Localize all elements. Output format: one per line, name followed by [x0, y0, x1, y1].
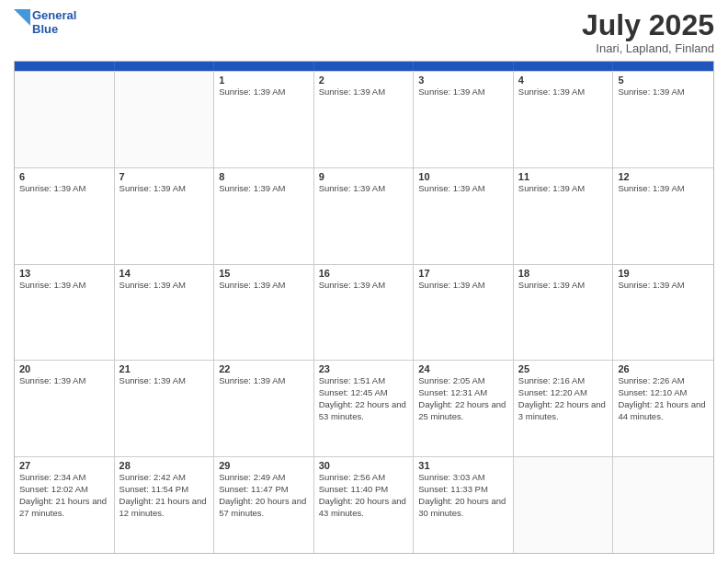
- day-info: Sunrise: 1:39 AM: [119, 280, 210, 292]
- logo-text: General Blue: [32, 9, 76, 37]
- day-number: 2: [319, 75, 409, 86]
- cal-cell-w1-d2: 8Sunrise: 1:39 AM: [214, 168, 314, 264]
- cal-cell-w3-d6: 26Sunrise: 2:26 AM Sunset: 12:10 AM Dayl…: [613, 361, 713, 456]
- cal-cell-w1-d6: 12Sunrise: 1:39 AM: [613, 168, 713, 264]
- cal-cell-w4-d3: 30Sunrise: 2:56 AM Sunset: 11:40 PM Dayl…: [314, 457, 415, 553]
- day-number: 14: [119, 268, 210, 279]
- day-info: Sunrise: 1:39 AM: [518, 280, 609, 292]
- cal-cell-w0-d0: [15, 72, 115, 167]
- cal-cell-w0-d1: [115, 72, 215, 167]
- day-number: 21: [119, 363, 210, 374]
- day-info: Sunrise: 2:05 AM Sunset: 12:31 AM Daylig…: [418, 375, 508, 422]
- day-number: 15: [219, 268, 309, 279]
- day-info: Sunrise: 1:39 AM: [618, 280, 709, 292]
- day-number: 24: [418, 363, 508, 374]
- cal-cell-w1-d5: 11Sunrise: 1:39 AM: [514, 168, 614, 264]
- day-info: Sunrise: 1:39 AM: [418, 86, 508, 98]
- day-number: 17: [418, 268, 508, 279]
- day-info: Sunrise: 2:16 AM Sunset: 12:20 AM Daylig…: [518, 375, 609, 422]
- header-thursday: [414, 62, 514, 71]
- cal-cell-w2-d4: 17Sunrise: 1:39 AM: [414, 265, 514, 361]
- cal-cell-w2-d2: 15Sunrise: 1:39 AM: [214, 265, 314, 361]
- cal-cell-w3-d1: 21Sunrise: 1:39 AM: [115, 361, 215, 456]
- day-number: 3: [418, 75, 508, 86]
- week-row-3: 20Sunrise: 1:39 AM21Sunrise: 1:39 AM22Su…: [15, 360, 713, 456]
- calendar: 1Sunrise: 1:39 AM2Sunrise: 1:39 AM3Sunri…: [14, 61, 714, 554]
- day-info: Sunrise: 2:42 AM Sunset: 11:54 PM Daylig…: [119, 472, 210, 519]
- header-friday: [514, 62, 614, 71]
- day-info: Sunrise: 1:39 AM: [418, 183, 508, 195]
- day-info: Sunrise: 1:39 AM: [19, 280, 109, 292]
- cal-cell-w4-d6: [613, 457, 713, 553]
- day-info: Sunrise: 2:34 AM Sunset: 12:02 AM Daylig…: [19, 472, 109, 519]
- header: General Blue July 2025 Inari, Lapland, F…: [14, 9, 714, 55]
- month-title: July 2025: [582, 9, 714, 41]
- logo-shape: [14, 9, 30, 39]
- cal-cell-w2-d6: 19Sunrise: 1:39 AM: [613, 265, 713, 361]
- day-number: 7: [119, 171, 210, 182]
- day-info: Sunrise: 1:39 AM: [119, 183, 210, 195]
- day-number: 11: [518, 171, 609, 182]
- cal-cell-w0-d2: 1Sunrise: 1:39 AM: [214, 72, 314, 167]
- day-number: 6: [19, 171, 109, 182]
- day-number: 28: [119, 460, 210, 471]
- day-number: 31: [418, 460, 508, 471]
- cal-cell-w4-d0: 27Sunrise: 2:34 AM Sunset: 12:02 AM Dayl…: [15, 457, 115, 553]
- cal-cell-w2-d3: 16Sunrise: 1:39 AM: [314, 265, 415, 361]
- calendar-body: 1Sunrise: 1:39 AM2Sunrise: 1:39 AM3Sunri…: [15, 71, 713, 553]
- day-number: 26: [618, 363, 709, 374]
- day-number: 5: [618, 75, 709, 86]
- svg-marker-0: [14, 9, 30, 26]
- cal-cell-w1-d0: 6Sunrise: 1:39 AM: [15, 168, 115, 264]
- cal-cell-w0-d4: 3Sunrise: 1:39 AM: [414, 72, 514, 167]
- day-number: 4: [518, 75, 609, 86]
- day-info: Sunrise: 2:56 AM Sunset: 11:40 PM Daylig…: [319, 472, 409, 519]
- day-number: 30: [319, 460, 409, 471]
- day-number: 12: [618, 171, 709, 182]
- cal-cell-w1-d4: 10Sunrise: 1:39 AM: [414, 168, 514, 264]
- page: General Blue July 2025 Inari, Lapland, F…: [0, 0, 728, 563]
- header-saturday: [613, 62, 713, 71]
- day-info: Sunrise: 1:39 AM: [219, 86, 309, 98]
- cal-cell-w2-d5: 18Sunrise: 1:39 AM: [514, 265, 614, 361]
- day-info: Sunrise: 1:39 AM: [219, 375, 309, 387]
- cal-cell-w4-d2: 29Sunrise: 2:49 AM Sunset: 11:47 PM Dayl…: [214, 457, 314, 553]
- cal-cell-w3-d2: 22Sunrise: 1:39 AM: [214, 361, 314, 456]
- day-info: Sunrise: 1:39 AM: [319, 183, 409, 195]
- cal-cell-w3-d4: 24Sunrise: 2:05 AM Sunset: 12:31 AM Dayl…: [414, 361, 514, 456]
- cal-cell-w2-d0: 13Sunrise: 1:39 AM: [15, 265, 115, 361]
- cal-cell-w1-d1: 7Sunrise: 1:39 AM: [115, 168, 215, 264]
- day-info: Sunrise: 1:39 AM: [319, 86, 409, 98]
- day-info: Sunrise: 1:39 AM: [319, 280, 409, 292]
- day-info: Sunrise: 1:39 AM: [518, 183, 609, 195]
- cal-cell-w4-d4: 31Sunrise: 3:03 AM Sunset: 11:33 PM Dayl…: [414, 457, 514, 553]
- cal-cell-w1-d3: 9Sunrise: 1:39 AM: [314, 168, 415, 264]
- cal-cell-w0-d3: 2Sunrise: 1:39 AM: [314, 72, 415, 167]
- header-tuesday: [214, 62, 314, 71]
- cal-cell-w3-d0: 20Sunrise: 1:39 AM: [15, 361, 115, 456]
- cal-cell-w3-d5: 25Sunrise: 2:16 AM Sunset: 12:20 AM Dayl…: [514, 361, 614, 456]
- week-row-0: 1Sunrise: 1:39 AM2Sunrise: 1:39 AM3Sunri…: [15, 71, 713, 167]
- day-number: 10: [418, 171, 508, 182]
- day-info: Sunrise: 1:39 AM: [618, 86, 709, 98]
- day-number: 22: [219, 363, 309, 374]
- day-number: 9: [319, 171, 409, 182]
- day-number: 16: [319, 268, 409, 279]
- day-number: 8: [219, 171, 309, 182]
- week-row-2: 13Sunrise: 1:39 AM14Sunrise: 1:39 AM15Su…: [15, 264, 713, 361]
- week-row-4: 27Sunrise: 2:34 AM Sunset: 12:02 AM Dayl…: [15, 456, 713, 553]
- day-info: Sunrise: 1:39 AM: [418, 280, 508, 292]
- logo: General Blue: [14, 9, 76, 39]
- header-sunday: [15, 62, 115, 71]
- cal-cell-w0-d5: 4Sunrise: 1:39 AM: [514, 72, 614, 167]
- day-info: Sunrise: 1:39 AM: [618, 183, 709, 195]
- day-number: 29: [219, 460, 309, 471]
- day-number: 1: [219, 75, 309, 86]
- day-info: Sunrise: 1:39 AM: [119, 375, 210, 387]
- day-info: Sunrise: 1:39 AM: [219, 280, 309, 292]
- day-number: 18: [518, 268, 609, 279]
- day-number: 27: [19, 460, 109, 471]
- cal-cell-w4-d5: [514, 457, 614, 553]
- day-info: Sunrise: 1:51 AM Sunset: 12:45 AM Daylig…: [319, 375, 409, 422]
- cal-cell-w0-d6: 5Sunrise: 1:39 AM: [613, 72, 713, 167]
